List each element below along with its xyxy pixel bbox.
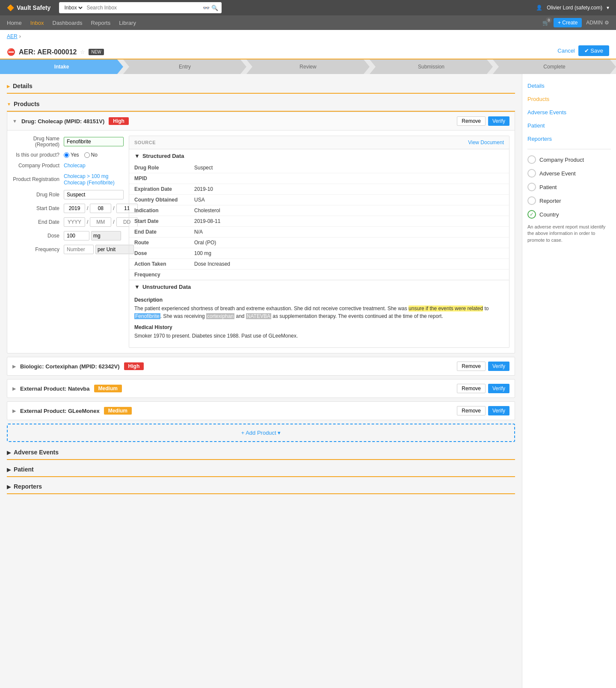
start-month-input[interactable]	[90, 204, 111, 213]
dose-unit-select[interactable]: mggmcgmL	[91, 231, 121, 240]
nav-inbox[interactable]: Inbox	[30, 20, 44, 26]
our-product-no-radio[interactable]	[84, 152, 90, 158]
data-row: IndicationCholesterol	[129, 205, 509, 216]
drug-cholecap-remove[interactable]: Remove	[457, 116, 486, 126]
biologic-cortexiphan-remove[interactable]: Remove	[457, 362, 486, 371]
add-product-button[interactable]: + Add Product ▾	[241, 430, 281, 436]
dose-input[interactable]	[64, 231, 89, 240]
frequency-input[interactable]	[64, 245, 94, 254]
details-section-header[interactable]: ▶ Details	[7, 79, 515, 94]
gleemonex-card: ▶ External Product: GLeeMonex Medium Rem…	[7, 401, 515, 420]
natevba-severity: Medium	[94, 385, 122, 392]
view-document-link[interactable]: View Document	[468, 139, 504, 145]
workflow-step-submission[interactable]: Submission	[370, 59, 493, 74]
description-label: Description	[134, 297, 504, 303]
natevba-verify[interactable]: Verify	[488, 384, 509, 393]
end-month-input[interactable]	[90, 217, 111, 227]
natevba-toggle[interactable]: ▶	[12, 386, 16, 391]
biologic-cortexiphan-card: ▶ Biologic: Cortexiphan (MPID: 62342V) H…	[7, 357, 515, 376]
natevba-remove[interactable]: Remove	[457, 384, 486, 393]
cancel-button[interactable]: Cancel	[557, 47, 575, 54]
drug-cholecap-verify[interactable]: Verify	[488, 116, 509, 126]
biologic-cortexiphan-toggle[interactable]: ▶	[12, 364, 16, 369]
glasses-icon: 👓	[203, 5, 210, 11]
end-sep-1: /	[87, 219, 88, 225]
admin-button[interactable]: ADMIN ⚙	[586, 20, 609, 26]
our-product-value: Yes No	[64, 152, 124, 158]
sidebar-nav-products[interactable]: Products	[527, 92, 611, 106]
drug-cholecap-actions: Remove Verify	[457, 116, 509, 126]
start-year-input[interactable]	[64, 204, 85, 213]
search-dropdown[interactable]: Inbox	[62, 4, 84, 11]
workflow-steps: Intake Entry Review Submission Complete	[0, 59, 616, 74]
frequency-unit-select[interactable]: per Unitper Dayper Week	[95, 245, 134, 254]
product-reg-row: Product Registration Cholecap > 100 mg C…	[12, 173, 124, 186]
sidebar-nav-patient[interactable]: Patient	[527, 119, 611, 132]
gleemonex-verify[interactable]: Verify	[488, 406, 509, 415]
breadcrumb: AER ›	[0, 30, 616, 43]
end-year-input[interactable]	[64, 217, 85, 227]
nav-dashboards[interactable]: Dashboards	[53, 20, 83, 26]
details-section-title: Details	[13, 83, 33, 89]
drug-cholecap-name: Drug: Cholecap (MPID: 48151V)	[21, 118, 104, 125]
company-product-check	[527, 155, 536, 164]
workflow-step-review[interactable]: Review	[246, 59, 370, 74]
biologic-cortexiphan-verify[interactable]: Verify	[488, 362, 509, 371]
start-date-row: Start Date / /	[12, 204, 124, 213]
checklist: Company Product Adverse Event Patient Re…	[527, 153, 611, 221]
our-product-yes-radio[interactable]	[64, 152, 69, 158]
nav-home[interactable]: Home	[7, 20, 22, 26]
gleemonex-remove[interactable]: Remove	[457, 406, 486, 415]
cart-badge: 0	[546, 17, 552, 23]
nav-reports[interactable]: Reports	[91, 20, 111, 26]
create-button[interactable]: + Create	[554, 18, 582, 27]
company-product-label: Company Product	[539, 157, 584, 163]
logo-icon: 🔶	[7, 4, 14, 11]
unstructured-toggle-icon: ▼	[134, 284, 140, 290]
sidebar-nav-reporters[interactable]: Reporters	[527, 132, 611, 145]
patient-check	[527, 183, 536, 191]
frequency-value: per Unitper Dayper Week	[64, 245, 134, 254]
unstructured-section-header[interactable]: ▼ Unstructured Data	[129, 280, 509, 294]
gleemonex-toggle[interactable]: ▶	[12, 408, 16, 414]
sidebar-nav-adverse-events[interactable]: Adverse Events	[527, 106, 611, 119]
structured-section-header[interactable]: ▼ Structured Data	[129, 149, 509, 163]
company-product-link[interactable]: Cholecap	[64, 163, 86, 169]
search-input[interactable]	[86, 5, 200, 11]
gleemonex-header: ▶ External Product: GLeeMonex Medium Rem…	[7, 402, 515, 420]
admin-settings-icon: ⚙	[604, 20, 609, 26]
dose-label: Dose	[12, 233, 64, 239]
product-reg-link[interactable]: Cholecap > 100 mg Cholecap (Fenofibrite)	[64, 173, 115, 186]
cart-wrapper: 🛒 0	[542, 20, 549, 26]
top-navigation: 🔶 Vault Safety Inbox 👓 🔍 👤 Olivier Lord …	[0, 0, 616, 15]
our-product-no-label[interactable]: No	[84, 152, 98, 158]
right-sidebar: Details Products Adverse Events Patient …	[522, 74, 616, 688]
app-logo: 🔶 Vault Safety	[7, 4, 50, 11]
drug-name-input[interactable]	[64, 137, 124, 146]
drug-role-select[interactable]: Suspect Concomitant Interacting	[64, 190, 124, 199]
breadcrumb-aer[interactable]: AER	[7, 33, 18, 39]
workflow-step-intake[interactable]: Intake	[0, 59, 123, 74]
search-icon[interactable]: 🔍	[211, 5, 218, 11]
our-product-yes-label[interactable]: Yes	[64, 152, 79, 158]
products-section-title: Products	[14, 101, 40, 107]
natevba-card: ▶ External Product: Natevba Medium Remov…	[7, 379, 515, 398]
workflow-step-entry[interactable]: Entry	[123, 59, 246, 74]
adverse-events-header[interactable]: ▶ Adverse Events	[7, 445, 515, 460]
sidebar-nav-details[interactable]: Details	[527, 79, 611, 92]
breadcrumb-chevron: ›	[19, 33, 21, 39]
desc-highlight-2: Fenofibrite	[134, 313, 160, 319]
patient-header[interactable]: ▶ Patient	[7, 463, 515, 477]
products-section-header[interactable]: ▼ Products	[7, 97, 515, 112]
search-bar: Inbox 👓 🔍	[59, 2, 222, 13]
desc-highlight-1: unsure if the events were related	[409, 305, 483, 311]
save-button[interactable]: ✔ Save	[578, 45, 609, 56]
nav-library[interactable]: Library	[119, 20, 136, 26]
workflow-step-complete[interactable]: Complete	[493, 59, 616, 74]
new-badge: NEW	[89, 49, 104, 55]
drug-cholecap-toggle[interactable]: ▼	[12, 119, 17, 124]
user-dropdown-icon[interactable]: ▾	[607, 5, 609, 11]
star-icon[interactable]: ☆	[80, 49, 85, 55]
reporters-header[interactable]: ▶ Reporters	[7, 480, 515, 494]
end-date-label: End Date	[12, 219, 64, 225]
